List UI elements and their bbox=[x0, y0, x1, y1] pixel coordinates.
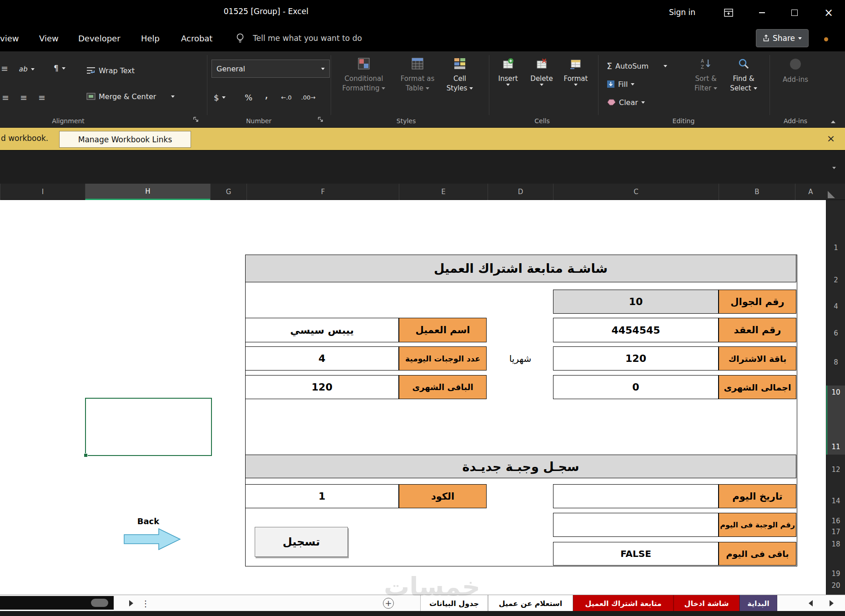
close-button[interactable]: × bbox=[820, 5, 838, 20]
select-all-corner[interactable] bbox=[826, 184, 845, 200]
menu-tab-acrobat[interactable]: Acrobat bbox=[181, 25, 212, 51]
menu-tab-help[interactable]: Help bbox=[141, 25, 160, 51]
date-value-cell[interactable] bbox=[553, 484, 719, 508]
monthly-remaining-label-cell[interactable]: الباقى الشهرى bbox=[399, 375, 487, 399]
sheet-scroll-right-button[interactable] bbox=[125, 597, 137, 610]
column-header-a[interactable]: A bbox=[795, 184, 826, 200]
day-remaining-value-cell[interactable]: FALSE bbox=[553, 542, 719, 566]
menu-tab-view[interactable]: View bbox=[39, 25, 59, 51]
add-ins-button[interactable]: Add-ins bbox=[776, 56, 815, 119]
date-label-cell[interactable]: تاريخ اليوم bbox=[719, 484, 796, 508]
tab-customer-lookup[interactable]: استعلام عن عميل bbox=[488, 595, 573, 611]
increase-indent-icon[interactable]: ≡ bbox=[20, 92, 27, 102]
column-header-g[interactable]: G bbox=[210, 184, 246, 200]
autosum-button[interactable]: Σ AutoSum bbox=[607, 60, 667, 72]
text-orientation-button[interactable]: ab bbox=[19, 63, 35, 75]
row-header-20[interactable]: 20 bbox=[826, 580, 845, 591]
row-header-1[interactable]: 1 bbox=[826, 242, 845, 253]
row-header-8[interactable]: 8 bbox=[826, 357, 845, 368]
meal-number-value-cell[interactable] bbox=[553, 513, 719, 537]
menu-tab-developer[interactable]: Developer bbox=[78, 25, 121, 51]
tab-home[interactable]: البداية bbox=[739, 595, 777, 611]
number-dialog-launcher[interactable] bbox=[317, 115, 323, 124]
monthly-remaining-value-cell[interactable]: 120 bbox=[245, 375, 399, 399]
tell-me-box[interactable]: Tell me what you want to do bbox=[253, 25, 362, 51]
sort-filter-button[interactable]: A Z Sort & Filter bbox=[687, 56, 725, 119]
indent-icon[interactable]: ≡ bbox=[38, 92, 45, 102]
wrap-text-button[interactable]: Wrap Text bbox=[86, 64, 135, 77]
ribbon-display-options-button[interactable] bbox=[721, 6, 736, 20]
sign-in-button[interactable]: Sign in bbox=[660, 5, 704, 20]
row-header-11[interactable]: 11 bbox=[826, 441, 845, 452]
column-header-h[interactable]: H bbox=[85, 184, 210, 200]
row-header-6[interactable]: 6 bbox=[826, 328, 845, 339]
delete-cells-button[interactable]: Delete bbox=[525, 56, 558, 119]
sheet-title-cell[interactable]: شاشـة متابعة اشتراك العميل bbox=[245, 255, 796, 282]
horizontal-scrollbar[interactable] bbox=[0, 596, 114, 610]
collapse-ribbon-button[interactable] bbox=[828, 118, 839, 126]
meal-number-label-cell[interactable]: رقم الوجبة فى اليوم bbox=[719, 513, 796, 537]
increase-decimal-button[interactable]: ←.0 bbox=[281, 92, 292, 102]
column-header-b[interactable]: B bbox=[719, 184, 795, 200]
cell-styles-button[interactable]: Cell Styles bbox=[434, 56, 485, 119]
package-period-cell[interactable]: شهريا bbox=[490, 346, 550, 371]
align-text-icon[interactable]: ≡ bbox=[1, 63, 8, 73]
register-button[interactable]: تسجيل bbox=[255, 527, 348, 557]
expand-formula-bar-button[interactable] bbox=[829, 163, 840, 172]
row-header-17[interactable]: 17 bbox=[826, 526, 845, 537]
tab-subscription-tracking[interactable]: متابعة اشتراك العميل bbox=[573, 595, 674, 611]
contract-label-cell[interactable]: رقم العقد bbox=[719, 318, 796, 342]
back-arrow-shape[interactable] bbox=[124, 527, 181, 551]
message-bar-close-button[interactable]: × bbox=[823, 132, 839, 145]
menu-tab-review-clipped[interactable]: view bbox=[0, 25, 21, 51]
customer-name-value-cell[interactable]: ييبس سيسي bbox=[245, 318, 399, 342]
row-header-4[interactable]: 4 bbox=[826, 301, 845, 312]
conditional-formatting-button[interactable]: Conditional Formatting bbox=[336, 56, 392, 119]
format-cells-button[interactable]: Format bbox=[559, 56, 592, 119]
day-remaining-label-cell[interactable]: باقى فى اليوم bbox=[719, 542, 796, 566]
new-meal-section-header[interactable]: سجـل وجبـة جديـدة bbox=[245, 455, 796, 478]
merge-center-button[interactable]: Merge & Center bbox=[86, 90, 175, 103]
comma-format-button[interactable]: , bbox=[265, 89, 268, 100]
column-header-f[interactable]: F bbox=[246, 184, 399, 200]
daily-meals-label-cell[interactable]: عدد الوجبات اليومية bbox=[399, 346, 487, 371]
decrease-indent-icon[interactable]: ≡ bbox=[2, 92, 9, 102]
mobile-value-cell[interactable]: 10 bbox=[553, 290, 719, 314]
number-format-dropdown[interactable]: General bbox=[211, 60, 330, 78]
row-header-14[interactable]: 14 bbox=[826, 496, 845, 506]
selected-cell[interactable] bbox=[85, 398, 212, 456]
maximize-button[interactable] bbox=[787, 6, 802, 20]
daily-meals-value-cell[interactable]: 4 bbox=[245, 346, 399, 371]
column-header-d[interactable]: D bbox=[488, 184, 553, 200]
row-header-16[interactable]: 16 bbox=[826, 516, 845, 526]
code-label-cell[interactable]: الكود bbox=[399, 484, 487, 508]
share-button[interactable]: Share bbox=[756, 29, 809, 47]
currency-format-button[interactable]: $ bbox=[214, 91, 226, 103]
decrease-decimal-button[interactable]: .00→ bbox=[301, 92, 316, 102]
find-select-button[interactable]: Find & Select bbox=[725, 56, 762, 119]
new-sheet-button[interactable]: + bbox=[383, 598, 394, 609]
code-value-cell[interactable]: 1 bbox=[245, 484, 399, 508]
tab-data-table[interactable]: جدول البيانات bbox=[420, 595, 488, 611]
row-header-10[interactable]: 10 bbox=[826, 387, 845, 398]
monthly-total-value-cell[interactable]: 0 bbox=[553, 375, 719, 399]
customer-name-label-cell[interactable]: اسم العميل bbox=[399, 318, 487, 342]
package-value-cell[interactable]: 120 bbox=[553, 346, 719, 371]
minimize-button[interactable] bbox=[754, 6, 770, 20]
column-header-e[interactable]: E bbox=[399, 184, 488, 200]
column-header-c[interactable]: C bbox=[553, 184, 719, 200]
paragraph-marks-button[interactable]: ¶ bbox=[54, 62, 65, 74]
column-header-i[interactable]: I bbox=[0, 184, 85, 200]
monthly-total-label-cell[interactable]: اجمالى الشهرى bbox=[719, 375, 796, 399]
percent-format-button[interactable]: % bbox=[245, 91, 252, 103]
grid-area[interactable]: شاشـة متابعة اشتراك العميل رقم الجوال 10… bbox=[0, 200, 826, 595]
fill-button[interactable]: Fill bbox=[607, 78, 634, 90]
tab-entry-screen[interactable]: شاشة ادخال bbox=[674, 595, 739, 611]
scrollbar-thumb[interactable] bbox=[91, 599, 108, 607]
contract-value-cell[interactable]: 4454545 bbox=[553, 318, 719, 342]
fill-handle[interactable] bbox=[84, 453, 88, 457]
alignment-dialog-launcher[interactable] bbox=[193, 115, 199, 124]
row-header-18[interactable]: 18 bbox=[826, 539, 845, 550]
clear-button[interactable]: Clear bbox=[607, 96, 645, 109]
tab-scroll-right-button[interactable] bbox=[825, 597, 838, 610]
